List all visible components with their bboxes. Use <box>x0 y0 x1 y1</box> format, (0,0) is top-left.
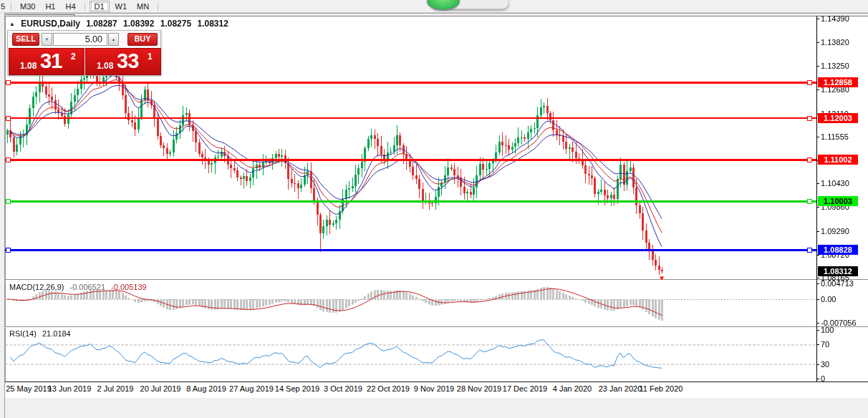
window-left-frame <box>0 13 5 418</box>
time-axis: 25 May 201913 Jun 20192 Jul 201920 Jul 2… <box>5 382 868 398</box>
macd-axis-tick: 0.00 <box>821 295 836 304</box>
macd-name: MACD(12,26,9) <box>9 283 64 291</box>
sell-price-pips: 31 <box>40 49 62 73</box>
timeframe-button-mn[interactable]: MN <box>132 1 153 11</box>
spinner-down-icon: ▼ <box>45 37 49 42</box>
toolbar-separator <box>85 2 85 11</box>
volume-increment-button[interactable]: ▲ <box>108 33 119 46</box>
toolbar-separator <box>11 2 11 11</box>
date-label: 27 Aug 2019 <box>229 384 274 393</box>
date-label: 14 Sep 2019 <box>275 384 319 393</box>
volume-input[interactable] <box>53 33 107 46</box>
sell-price-base: 1.08 <box>20 61 37 71</box>
price-axis-tick: 1.14390 <box>821 14 849 24</box>
rsi-indicator-label: RSI(14) 21.0184 <box>9 329 71 338</box>
rsi-axis-tick: 30 <box>821 360 829 369</box>
ohlc-high: 1.08392 <box>123 19 154 29</box>
buy-price-pips: 33 <box>117 49 138 73</box>
macd-signal-value: -0.005139 <box>111 283 147 291</box>
sell-price-button[interactable]: 1.08 31 2 <box>9 48 85 75</box>
macd-axis-tick: 0.004713 <box>821 279 854 288</box>
ohlc-close: 1.08312 <box>198 19 228 29</box>
toolbar-separator <box>158 2 158 11</box>
panel-collapse-icon[interactable]: ▲ <box>9 21 15 27</box>
symbol-title: EURUSD,Daily <box>21 19 80 29</box>
timeframe-button-h1[interactable]: H1 <box>41 1 59 11</box>
sell-button[interactable]: SELL <box>12 33 39 46</box>
date-label: 13 Jun 2019 <box>48 384 92 393</box>
date-label: 11 Feb 2020 <box>640 384 683 393</box>
current-price-tag: 1.08312 <box>818 266 858 276</box>
date-label: 23 Jan 2020 <box>599 384 642 393</box>
sell-price-point: 2 <box>71 52 76 62</box>
buy-price-button[interactable]: 1.08 33 1 <box>85 48 161 75</box>
rsi-value: 21.0184 <box>42 329 71 338</box>
buy-price-point: 1 <box>148 52 153 62</box>
ohlc-low: 1.08275 <box>160 19 191 29</box>
buy-price-base: 1.08 <box>97 61 113 71</box>
price-axis-tick: 1.10430 <box>821 179 849 188</box>
rsi-name: RSI(14) <box>9 329 37 338</box>
price-level-tag: 1.11002 <box>818 155 858 165</box>
date-label: 20 Jul 2019 <box>140 384 181 393</box>
rsi-axis-tick: 70 <box>821 340 829 349</box>
rsi-pane[interactable] <box>5 327 816 381</box>
macd-main-value: -0.006521 <box>69 283 105 291</box>
timeframe-button-d1[interactable]: D1 <box>90 1 110 12</box>
date-label: 4 Jan 2020 <box>553 384 592 393</box>
timeframe-button-w1[interactable]: W1 <box>111 1 132 11</box>
date-label: 8 Aug 2019 <box>186 384 226 393</box>
date-label: 25 May 2019 <box>6 384 52 393</box>
date-label: 28 Nov 2019 <box>457 384 501 393</box>
volume-decrement-button[interactable]: ▼ <box>42 33 52 46</box>
date-label: 17 Dec 2019 <box>503 384 547 393</box>
price-level-tag: 1.10003 <box>818 196 858 206</box>
price-axis-tick: 1.09290 <box>821 227 849 236</box>
timeframe-button-m30[interactable]: M30 <box>16 1 39 11</box>
price-level-tag: 1.12003 <box>818 113 858 123</box>
one-click-trading-panel: SELL ▼ ▲ BUY 1.08 31 2 1.08 33 1 <box>7 30 161 76</box>
date-label: 9 Nov 2019 <box>414 384 454 393</box>
rsi-axis-tick: 100 <box>821 326 834 335</box>
macd-indicator-label: MACD(12,26,9) -0.006521 -0.005139 <box>9 283 147 291</box>
price-axis-tick: 1.13820 <box>821 38 849 47</box>
price-axis-tick: 1.13250 <box>821 62 849 71</box>
date-label: 22 Oct 2019 <box>367 384 410 393</box>
date-label: 3 Oct 2019 <box>324 384 362 393</box>
price-axis-tick: 1.11555 <box>821 132 849 142</box>
timeframe-button-h4[interactable]: H4 <box>61 1 79 11</box>
timeframe-button-clipped[interactable]: 5 <box>1 2 7 11</box>
chart-header: ▲ EURUSD,Daily 1.08287 1.08392 1.08275 1… <box>9 19 232 29</box>
price-level-tag: 1.08828 <box>818 245 858 255</box>
buy-button[interactable]: BUY <box>127 33 158 46</box>
spinner-up-icon: ▲ <box>112 37 116 42</box>
price-level-tag: 1.12858 <box>818 77 858 87</box>
date-label: 2 Jul 2019 <box>97 384 134 393</box>
ohlc-open: 1.08287 <box>86 19 117 29</box>
